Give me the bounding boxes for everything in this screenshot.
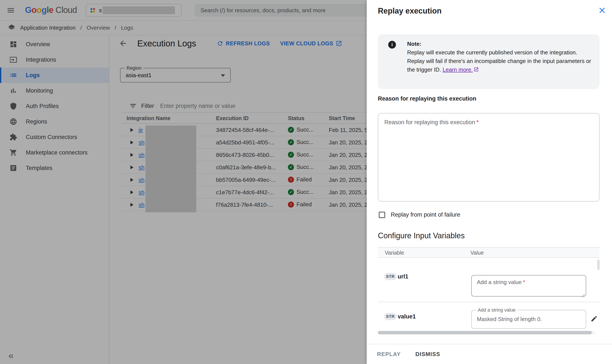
dismiss-button[interactable]: DISMISS: [415, 351, 440, 358]
value1-value-field[interactable]: Add a string value Masked String of leng…: [471, 310, 586, 329]
close-icon[interactable]: [597, 6, 607, 15]
panel-footer: REPLAY DISMISS: [367, 344, 612, 364]
variables-table-header: Variable Value: [378, 247, 599, 258]
value1-field-label: Add a string value: [476, 307, 517, 313]
open-in-new-icon: [474, 67, 479, 72]
replay-button[interactable]: REPLAY: [377, 351, 401, 358]
checkbox-label: Replay from point of failure: [391, 211, 460, 218]
reason-placeholder: Reason for replaying this execution: [384, 119, 475, 126]
column-value: Value: [470, 250, 484, 256]
replay-from-failure-checkbox[interactable]: [379, 212, 385, 218]
masked-value-text: Masked String of length 0.: [472, 310, 586, 328]
variables-table: Variable Value STR url1 Add a string val…: [378, 247, 599, 333]
scrollbar-thumb[interactable]: [378, 331, 592, 334]
type-badge-str: STR: [384, 273, 397, 280]
variable-row-url1: STR url1 Add a string value*: [378, 258, 599, 302]
google-cloud-console: GoogleCloud s Application Integration / …: [0, 0, 612, 364]
horizontal-scrollbar[interactable]: [378, 331, 595, 334]
info-icon: i: [388, 41, 396, 49]
configure-input-variables-title: Configure Input Variables: [378, 231, 465, 240]
note-title: Note:: [407, 39, 593, 48]
variable-name: url1: [398, 273, 408, 280]
type-badge-str: STR: [384, 313, 397, 320]
variable-name: value1: [398, 313, 416, 320]
edit-pencil-icon[interactable]: [590, 315, 598, 322]
note-body: Replay will execute the currently publis…: [407, 49, 591, 73]
variable-row-value1: STR value1 Add a string value Masked Str…: [378, 302, 599, 333]
reason-label: Reason for replaying this execution: [378, 95, 476, 102]
replay-execution-panel: Replay execution i Note: Replay will exe…: [367, 0, 612, 364]
reason-textarea[interactable]: Reason for replaying this execution*: [378, 113, 599, 202]
panel-title: Replay execution: [378, 6, 442, 15]
required-asterisk: *: [476, 119, 479, 126]
column-variable: Variable: [385, 250, 404, 256]
replay-from-failure-option[interactable]: Replay from point of failure: [379, 211, 460, 218]
note-card: i Note: Replay will execute the currentl…: [378, 34, 599, 89]
note-text: Note: Replay will execute the currently …: [407, 39, 593, 74]
modal-scrim: [0, 0, 367, 364]
required-asterisk: *: [523, 279, 525, 285]
learn-more-link[interactable]: Learn more.: [443, 66, 473, 73]
resize-handle-icon[interactable]: [581, 291, 585, 295]
url1-value-textarea[interactable]: Add a string value*: [471, 275, 586, 297]
